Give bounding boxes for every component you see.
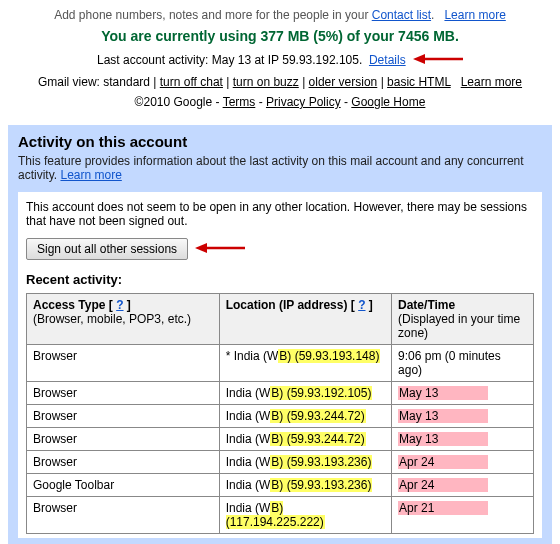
ip-highlight: B) (59.93.244.72) [270,409,365,423]
date-highlight: Apr 21 [398,501,488,515]
cell-location: India (WB) (59.93.244.72) [219,405,391,428]
table-row: BrowserIndia (WB) (59.93.244.72)May 13 [27,428,534,451]
sign-out-all-button[interactable]: Sign out all other sessions [26,238,188,260]
date-highlight: Apr 24 [398,455,488,469]
last-activity-text: Last account activity: May 13 at IP 59.9… [97,53,362,67]
table-header-row: Access Type [ ? ] (Browser, mobile, POP3… [27,294,534,345]
cell-location: India (WB) (117.194.225.222) [219,497,391,534]
privacy-link[interactable]: Privacy Policy [266,95,341,109]
location-help-link[interactable]: ? [358,298,365,312]
learn-more-link[interactable]: Learn more [444,8,505,22]
annotation-arrow-icon [195,241,245,258]
older-version-link[interactable]: older version [309,75,378,89]
google-home-link[interactable]: Google Home [351,95,425,109]
recent-activity-title: Recent activity: [26,272,534,287]
col-location: Location (IP address) [ ? ] [219,294,391,345]
learn-more-view-link[interactable]: Learn more [461,75,522,89]
activity-panel-title: Activity on this account [18,133,542,150]
cell-access-type: Browser [27,497,220,534]
ip-highlight: B) (59.93.192.105) [270,386,372,400]
signout-row: Sign out all other sessions [26,238,534,260]
cell-access-type: Browser [27,405,220,428]
cell-datetime: 9:06 pm (0 minutes ago) [392,345,534,382]
table-row: Google ToolbarIndia (WB) (59.93.193.236)… [27,474,534,497]
table-row: BrowserIndia (WB) (59.93.193.236)Apr 24 [27,451,534,474]
terms-link[interactable]: Terms [223,95,256,109]
ip-highlight: B) (59.93.193.148) [278,349,380,363]
add-contacts-line: Add phone numbers, notes and more for th… [8,8,552,22]
last-activity-line: Last account activity: May 13 at IP 59.9… [8,52,552,69]
footer-info-block: Add phone numbers, notes and more for th… [8,8,552,109]
svg-marker-1 [413,54,425,64]
ip-highlight: B) (59.93.244.72) [270,432,365,446]
activity-table: Access Type [ ? ] (Browser, mobile, POP3… [26,293,534,534]
cell-location: India (WB) (59.93.244.72) [219,428,391,451]
details-link[interactable]: Details [369,53,406,67]
col-datetime: Date/Time (Displayed in your time zone) [392,294,534,345]
storage-usage-line: You are currently using 377 MB (5%) of y… [8,28,552,44]
cell-datetime: May 13 [392,382,534,405]
cell-location: India (WB) (59.93.192.105) [219,382,391,405]
view-standard: standard [103,75,150,89]
add-contacts-text: Add phone numbers, notes and more for th… [54,8,372,22]
date-highlight: May 13 [398,386,488,400]
session-notice: This account does not seem to be open in… [26,200,534,228]
ip-highlight: B) (59.93.193.236) [270,478,372,492]
activity-inner-box: This account does not seem to be open in… [18,192,542,538]
cell-datetime: Apr 24 [392,451,534,474]
cell-datetime: Apr 21 [392,497,534,534]
cell-datetime: Apr 24 [392,474,534,497]
table-row: BrowserIndia (WB) (59.93.192.105)May 13 [27,382,534,405]
contact-list-link[interactable]: Contact list [372,8,431,22]
access-help-link[interactable]: ? [116,298,123,312]
annotation-arrow-icon [413,52,463,69]
table-row: BrowserIndia (WB) (59.93.244.72)May 13 [27,405,534,428]
cell-datetime: May 13 [392,428,534,451]
cell-access-type: Google Toolbar [27,474,220,497]
date-highlight: May 13 [398,409,488,423]
cell-access-type: Browser [27,382,220,405]
gmail-view-line: Gmail view: standard | turn off chat | t… [8,75,552,89]
cell-location: India (WB) (59.93.193.236) [219,451,391,474]
activity-panel-desc: This feature provides information about … [18,154,542,182]
svg-marker-3 [195,243,207,253]
date-highlight: May 13 [398,432,488,446]
cell-access-type: Browser [27,428,220,451]
cell-access-type: Browser [27,451,220,474]
table-row: BrowserIndia (WB) (117.194.225.222)Apr 2… [27,497,534,534]
turn-on-buzz-link[interactable]: turn on buzz [233,75,299,89]
activity-panel: Activity on this account This feature pr… [8,125,552,544]
turn-off-chat-link[interactable]: turn off chat [160,75,223,89]
table-row: Browser* India (WB) (59.93.193.148)9:06 … [27,345,534,382]
cell-location: India (WB) (59.93.193.236) [219,474,391,497]
date-highlight: Apr 24 [398,478,488,492]
col-access-type: Access Type [ ? ] (Browser, mobile, POP3… [27,294,220,345]
basic-html-link[interactable]: basic HTML [387,75,451,89]
copyright-line: ©2010 Google - Terms - Privacy Policy - … [8,95,552,109]
cell-location: * India (WB) (59.93.193.148) [219,345,391,382]
ip-highlight: B) (59.93.193.236) [270,455,372,469]
cell-datetime: May 13 [392,405,534,428]
cell-access-type: Browser [27,345,220,382]
activity-learn-more-link[interactable]: Learn more [60,168,121,182]
